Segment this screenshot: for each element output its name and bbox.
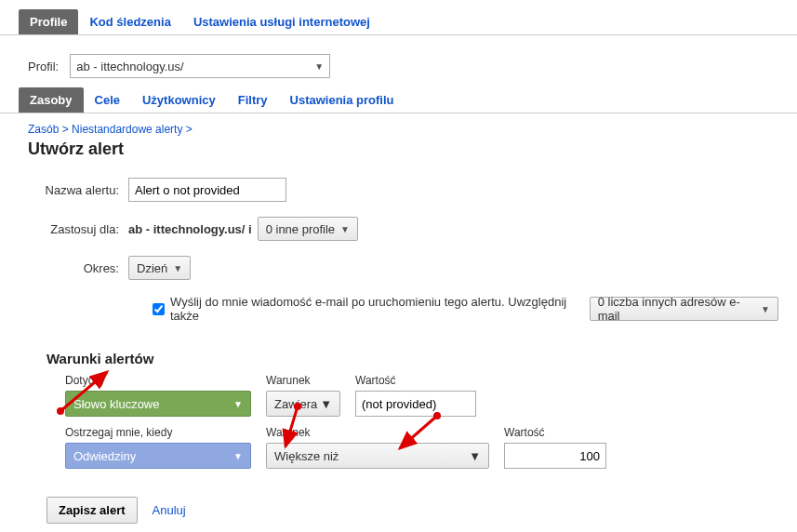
warunek1-select[interactable]: Zawiera ▼ [266,391,340,417]
sub-tab-cele[interactable]: Cele [84,87,131,113]
warunek2-select[interactable]: Większe niż ▼ [266,443,489,469]
caret-down-icon: ▼ [314,61,324,72]
dotyczy-select[interactable]: Słowo kluczowe ▼ [65,391,251,417]
profile-label: Profil: [28,60,59,73]
breadcrumb-sep: > [59,123,72,136]
row-zastosuj-dla: Zastosuj dla: ab - ittechnology.us/ i 0 … [28,217,778,241]
tab-profile[interactable]: Profile [19,9,78,34]
sub-tab-zasoby[interactable]: Zasoby [19,87,84,113]
conditions-title: Warunki alertów [46,351,778,366]
sub-tab-ustawienia[interactable]: Ustawienia profilu [279,87,405,113]
wartosc2-label: Wartość [504,426,606,439]
wartosc2-input[interactable] [504,443,606,469]
condition-row-2: Ostrzegaj mnie, kiedy Odwiedziny ▼ Warun… [65,426,741,469]
svg-point-1 [57,407,64,415]
okres-dropdown-label: Dzień [137,261,167,275]
row-email-checkbox: Wyślij do mnie wiadomość e-mail po uruch… [149,295,778,323]
dotyczy-select-value: Słowo kluczowe [73,397,160,411]
save-alert-button[interactable]: Zapisz alert [46,497,138,524]
caret-down-icon: ▼ [173,263,182,273]
ostrzegaj-label: Ostrzegaj mnie, kiedy [65,426,251,439]
send-email-checkbox[interactable] [153,303,165,315]
wartosc1-input[interactable] [355,391,476,417]
content-area: Zasób > Niestandardowe alerty > Utwórz a… [0,113,797,532]
warunek1-label: Warunek [266,374,340,387]
breadcrumb-zasob[interactable]: Zasób [28,123,59,136]
warunek1-select-value: Zawiera [274,397,317,411]
row-nazwa-alertu: Nazwa alertu: [28,178,778,202]
email-count-dropdown-label: 0 liczba innych adresów e-mail [598,295,755,323]
ostrzegaj-select[interactable]: Odwiedziny ▼ [65,443,251,469]
send-email-label: Wyślij do mnie wiadomość e-mail po uruch… [170,295,582,323]
wartosc1-label: Wartość [355,374,476,387]
ostrzegaj-select-value: Odwiedziny [73,449,136,463]
tab-web-settings[interactable]: Ustawienia usługi internetowej [182,9,381,34]
cancel-link[interactable]: Anuluj [153,503,186,517]
breadcrumb-alerty[interactable]: Niestandardowe alerty [72,123,182,136]
sub-tab-filtry[interactable]: Filtry [227,87,279,113]
zastosuj-profile-dropdown[interactable]: 0 inne profile ▼ [258,217,358,241]
caret-down-icon: ▼ [233,451,243,461]
profile-select[interactable]: ab - ittechnology.us/ ▼ [70,54,330,78]
action-row: Zapisz alert Anuluj [46,497,778,524]
caret-down-icon: ▼ [469,449,481,463]
breadcrumb-sep2: > [182,123,192,136]
profile-row: Profil: ab - ittechnology.us/ ▼ [0,35,797,87]
sub-tabs: Zasoby Cele Użytkownicy Filtry Ustawieni… [0,87,797,113]
page-title: Utwórz alert [28,140,778,159]
email-count-dropdown[interactable]: 0 liczba innych adresów e-mail ▼ [590,297,778,321]
conditions-table: Dotyczy Słowo kluczowe ▼ Warunek Zawiera… [65,374,741,469]
nazwa-alertu-input[interactable] [128,178,286,202]
caret-down-icon: ▼ [340,224,350,234]
condition-row-1: Dotyczy Słowo kluczowe ▼ Warunek Zawiera… [65,374,741,417]
breadcrumb: Zasób > Niestandardowe alerty > [28,123,778,136]
warunek2-select-value: Większe niż [274,449,339,463]
okres-label: Okres: [28,261,119,275]
caret-down-icon: ▼ [320,397,332,411]
top-tabs: Profile Kod śledzenia Ustawienia usługi … [0,9,797,35]
caret-down-icon: ▼ [233,399,243,409]
zastosuj-dla-label: Zastosuj dla: [28,222,119,236]
nazwa-alertu-label: Nazwa alertu: [28,183,119,197]
sub-tab-uzytkownicy[interactable]: Użytkownicy [131,87,227,113]
zastosuj-profile-dropdown-label: 0 inne profile [266,222,335,236]
profile-select-value: ab - ittechnology.us/ [76,60,183,73]
caret-down-icon: ▼ [761,304,770,314]
dotyczy-label: Dotyczy [65,374,251,387]
zastosuj-dla-value: ab - ittechnology.us/ i [128,222,252,236]
tab-tracking-code[interactable]: Kod śledzenia [78,9,181,34]
row-okres: Okres: Dzień ▼ [28,256,778,280]
warunek2-label: Warunek [266,426,489,439]
okres-dropdown[interactable]: Dzień ▼ [128,256,191,280]
